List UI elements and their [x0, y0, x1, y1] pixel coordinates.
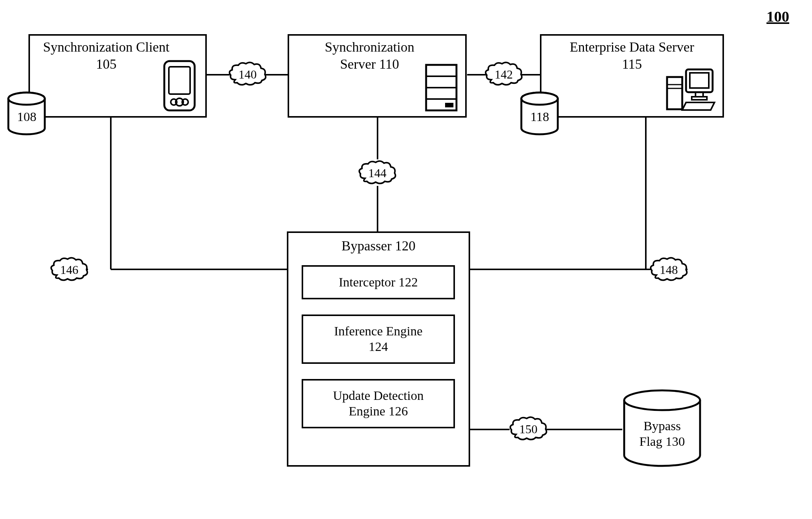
sync-client-label: Synchronization Client 105 [43, 39, 170, 73]
connector-line [522, 74, 541, 75]
inference-engine-label: Inference Engine 124 [334, 324, 422, 355]
svg-rect-16 [667, 77, 682, 109]
cloud-148-label: 148 [649, 263, 689, 277]
update-detection-box: Update Detection Engine 126 [302, 379, 455, 428]
cloud-140: 140 [228, 61, 268, 87]
database-118-cylinder: 118 [520, 91, 560, 137]
connector-line [470, 429, 510, 430]
server-icon [424, 63, 458, 112]
svg-rect-1 [169, 67, 190, 94]
connector-line [110, 118, 112, 269]
connector-line [645, 118, 647, 269]
connector-line [111, 269, 287, 270]
connector-line [467, 74, 486, 75]
cloud-150: 150 [508, 415, 548, 442]
interceptor-label: Interceptor 122 [339, 275, 418, 290]
connector-line [546, 429, 622, 430]
sync-server-box: Synchronization Server 110 [288, 34, 467, 118]
cloud-146-label: 146 [49, 263, 89, 277]
cloud-148: 148 [649, 256, 689, 283]
cloud-142-label: 142 [484, 68, 524, 82]
database-108-cylinder: 108 [7, 91, 47, 137]
connector-line [266, 74, 288, 75]
bypasser-label: Bypasser 120 [341, 237, 415, 255]
bypass-flag-label: Bypass Flag 130 [620, 418, 704, 450]
bypass-flag-cylinder: Bypass Flag 130 [620, 389, 704, 469]
desktop-icon [659, 68, 716, 113]
sync-server-label: Synchronization Server 110 [325, 39, 414, 73]
svg-rect-13 [690, 73, 709, 88]
connector-line [377, 186, 378, 231]
update-detection-label: Update Detection Engine 126 [333, 388, 424, 419]
cloud-144-label: 144 [357, 166, 397, 180]
cloud-150-label: 150 [508, 422, 548, 436]
inference-engine-box: Inference Engine 124 [302, 315, 455, 364]
bypasser-box: Bypasser 120 Interceptor 122 Inference E… [287, 231, 470, 467]
pda-icon [161, 59, 198, 112]
svg-point-21 [624, 390, 700, 410]
cloud-142: 142 [484, 61, 524, 87]
sync-client-box: Synchronization Client 105 [28, 34, 207, 118]
database-118-label: 118 [520, 109, 560, 125]
interceptor-box: Interceptor 122 [302, 265, 455, 299]
figure-number: 100 [766, 8, 789, 25]
enterprise-server-box: Enterprise Data Server 115 [540, 34, 724, 118]
connector-line [207, 74, 230, 75]
connector-line [470, 269, 650, 270]
svg-point-20 [521, 93, 558, 105]
cloud-146: 146 [49, 256, 89, 283]
database-108-label: 108 [7, 109, 47, 125]
cloud-140-label: 140 [228, 68, 268, 82]
cloud-144: 144 [357, 159, 397, 186]
svg-rect-11 [445, 103, 453, 107]
svg-rect-15 [692, 97, 707, 100]
connector-line [377, 118, 378, 159]
svg-point-6 [8, 93, 45, 105]
